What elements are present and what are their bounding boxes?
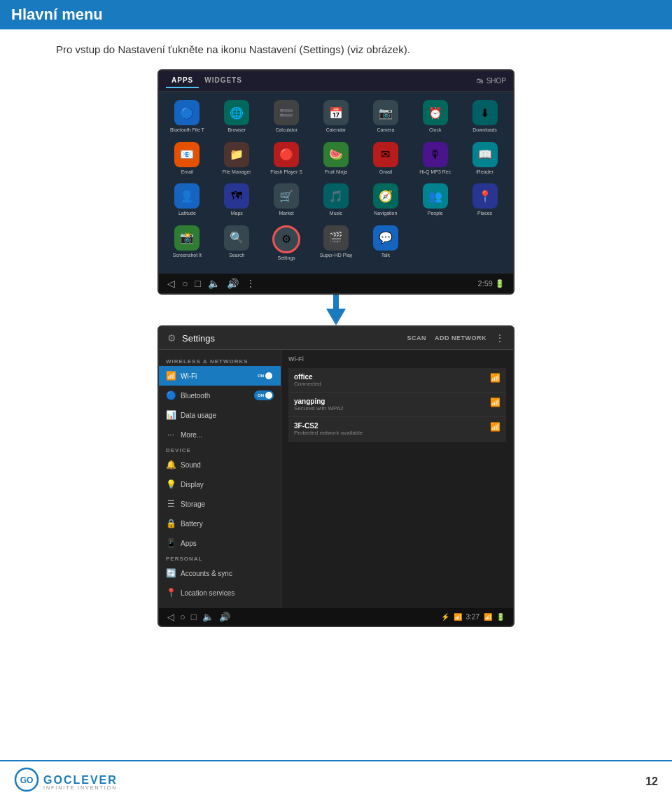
add-network-button[interactable]: ADD NETWORK <box>435 335 486 342</box>
app-camera[interactable]: 📷 Camera <box>363 100 408 138</box>
app-calculator[interactable]: 🟰 Calculator <box>264 100 309 138</box>
search-label: Search <box>229 253 244 258</box>
settings-storage-item[interactable]: ☰ Storage <box>159 494 281 514</box>
ireader-label: iReader <box>476 169 493 175</box>
network-yangping-signal: 📶 <box>490 398 500 407</box>
email-label: Email <box>181 169 194 175</box>
superhd-play-label: Super-HD Play <box>320 253 353 258</box>
app-bluetooth-file[interactable]: 🔵 Bluetooth File T <box>164 100 210 138</box>
app-superhd-play[interactable]: 🎬 Super-HD Play <box>314 225 359 266</box>
app-people[interactable]: 👥 People <box>412 183 458 221</box>
back-nav-icon[interactable]: ◁ <box>167 278 175 289</box>
screenshots-container: APPS WIDGETS 🛍 SHOP 🔵 Bluetooth File T 🌐… <box>0 69 672 627</box>
settings-accounts-item[interactable]: 🔄 Accounts & sync <box>159 563 281 583</box>
wifi-item-icon: 📶 <box>166 371 176 381</box>
sett-back-icon[interactable]: ◁ <box>167 612 174 622</box>
device-section-label: DEVICE <box>159 444 281 455</box>
settings-sound-item[interactable]: 🔔 Sound <box>159 455 281 474</box>
data-usage-label: Data usage <box>181 411 216 419</box>
page-number: 12 <box>645 775 658 788</box>
flash-player-label: Flash Player S <box>270 169 302 175</box>
app-calendar[interactable]: 📅 Calendar <box>314 100 359 138</box>
settings-overflow-icon[interactable]: ⋮ <box>495 332 505 344</box>
market-icon: 🛒 <box>274 183 299 209</box>
app-latitude[interactable]: 👤 Latitude <box>164 183 210 221</box>
file-manager-icon: 📁 <box>224 142 249 167</box>
app-settings[interactable]: ⚙ Settings <box>264 225 309 266</box>
settings-battery-item[interactable]: 🔒 Battery <box>159 514 281 533</box>
wireless-section-label: WIRELESS & NETWORKS <box>159 356 281 366</box>
hiqmp3-label: Hi-Q MP3 Rec <box>419 169 451 175</box>
app-ireader[interactable]: 📖 iReader <box>462 142 507 180</box>
settings-apps-item[interactable]: 📱 Apps <box>159 533 281 553</box>
sett-vol-up-icon[interactable]: 🔊 <box>219 612 230 622</box>
settings-screenshot: ⚙ Settings SCAN ADD NETWORK ⋮ WIRELESS &… <box>158 325 514 627</box>
settings-icon: ⚙ <box>272 225 300 253</box>
settings-data-usage-item[interactable]: 📊 Data usage <box>159 405 281 425</box>
sett-home-icon[interactable]: ○ <box>180 612 186 622</box>
recent-nav-icon[interactable]: □ <box>195 278 200 289</box>
app-search[interactable]: 🔍 Search <box>214 225 260 266</box>
settings-more-item[interactable]: ··· More... <box>159 425 281 444</box>
app-browser[interactable]: 🌐 Browser <box>214 100 260 138</box>
app-navigation[interactable]: 🧭 Navigation <box>363 183 408 221</box>
settings-wifi-item[interactable]: 📶 Wi-Fi ON <box>159 366 281 386</box>
more-icon: ··· <box>166 430 176 439</box>
navigation-icon: 🧭 <box>373 183 398 209</box>
network-3fcs2[interactable]: 3F-CS2 Protected network available 📶 <box>288 417 506 442</box>
settings-left-panel: WIRELESS & NETWORKS 📶 Wi-Fi ON 🔵 Bluetoo… <box>159 350 281 608</box>
app-talk[interactable]: 💬 Talk <box>363 225 408 266</box>
places-icon: 📍 <box>472 183 498 209</box>
bluetooth-file-icon: 🔵 <box>174 100 200 125</box>
bluetooth-file-label: Bluetooth File T <box>170 127 204 133</box>
wifi-toggle[interactable]: ON <box>254 371 274 381</box>
navigation-label: Navigation <box>374 211 397 216</box>
battery-label: Battery <box>181 520 203 528</box>
settings-display-item[interactable]: 💡 Display <box>159 474 281 494</box>
home-nav-icon[interactable]: ○ <box>182 278 188 289</box>
network-office[interactable]: office Connected 📶 <box>288 368 506 393</box>
logo-name: GOCLEVER <box>43 774 118 786</box>
app-places[interactable]: 📍 Places <box>462 183 507 221</box>
battery-icon: 🔒 <box>166 519 176 528</box>
bluetooth-toggle[interactable]: ON <box>254 391 274 400</box>
page-footer: GO GOCLEVER INFINITE INVENTION 12 <box>0 760 672 802</box>
network-yangping-status: Secured with WPA2 <box>294 405 344 411</box>
settings-body: WIRELESS & NETWORKS 📶 Wi-Fi ON 🔵 Bluetoo… <box>159 350 513 608</box>
scan-button[interactable]: SCAN <box>407 335 426 342</box>
volume-down-icon[interactable]: 🔈 <box>208 278 220 289</box>
overflow-menu-icon[interactable]: ⋮ <box>246 278 255 289</box>
app-fruit-ninja[interactable]: 🍉 Fruit Ninja <box>314 142 359 180</box>
shop-button[interactable]: 🛍 SHOP <box>477 77 506 85</box>
app-music[interactable]: 🎵 Music <box>314 183 359 221</box>
settings-clock: 3:27 <box>466 613 479 621</box>
app-downloads[interactable]: ⬇ Downloads <box>462 100 507 138</box>
app-screenshot-it[interactable]: 📸 Screenshot It <box>164 225 210 266</box>
volume-up-icon[interactable]: 🔊 <box>227 278 239 289</box>
app-hiqmp3[interactable]: 🎙 Hi-Q MP3 Rec <box>412 142 458 180</box>
gmail-icon: ✉ <box>373 142 398 167</box>
tab-widgets[interactable]: WIDGETS <box>199 73 248 88</box>
settings-bluetooth-item[interactable]: 🔵 Bluetooth ON <box>159 386 281 405</box>
settings-right-panel: Wi-Fi office Connected 📶 yangping Secure… <box>281 350 513 608</box>
app-email[interactable]: 📧 Email <box>164 142 210 180</box>
network-3fcs2-info: 3F-CS2 Protected network available <box>294 422 363 436</box>
app-gmail[interactable]: ✉ Gmail <box>363 142 408 180</box>
app-grid: 🔵 Bluetooth File T 🌐 Browser 🟰 Calculato… <box>159 92 513 274</box>
tablet-screenshot-1: APPS WIDGETS 🛍 SHOP 🔵 Bluetooth File T 🌐… <box>158 69 514 295</box>
tab-apps[interactable]: APPS <box>166 73 199 88</box>
app-market[interactable]: 🛒 Market <box>264 183 309 221</box>
app-maps[interactable]: 🗺 Maps <box>214 183 260 221</box>
clock-label: Clock <box>429 127 442 133</box>
sett-recent-icon[interactable]: □ <box>191 612 197 622</box>
settings-location-item[interactable]: 📍 Location services <box>159 583 281 603</box>
app-clock[interactable]: ⏰ Clock <box>412 100 458 138</box>
app-file-manager[interactable]: 📁 File Manager <box>214 142 260 180</box>
sett-vol-down-icon[interactable]: 🔈 <box>202 612 214 622</box>
clock-icon: ⏰ <box>423 100 448 125</box>
app-flash-player[interactable]: 🔴 Flash Player S <box>264 142 309 180</box>
superhd-play-icon: 🎬 <box>323 225 349 251</box>
network-yangping[interactable]: yangping Secured with WPA2 📶 <box>288 393 506 417</box>
settings-wifi-status-icon: 📶 <box>484 613 492 621</box>
hiqmp3-icon: 🎙 <box>423 142 448 167</box>
